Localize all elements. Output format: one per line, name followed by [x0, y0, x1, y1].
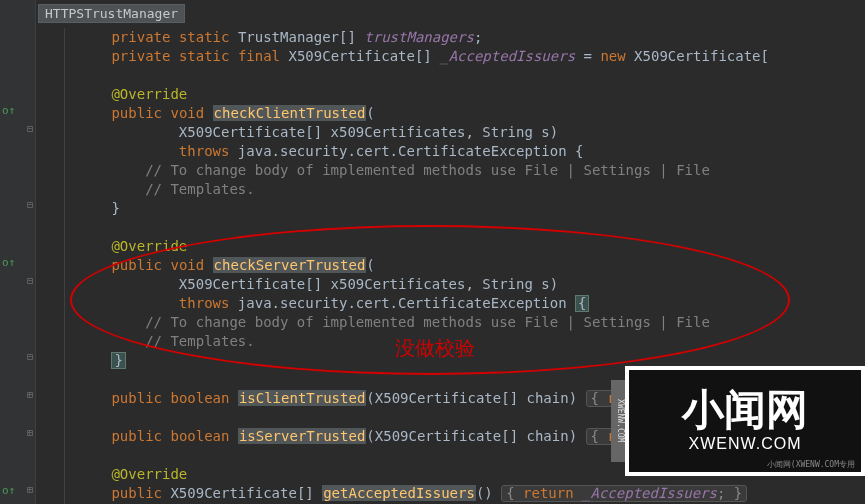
expand-icon[interactable]: ⊞: [27, 389, 33, 400]
collapse-icon[interactable]: ⊟: [27, 199, 33, 210]
override-marker-icon[interactable]: o↑: [2, 484, 15, 497]
code-line[interactable]: private static TrustManager[] trustManag…: [44, 28, 865, 47]
code-line[interactable]: [44, 370, 865, 389]
editor-container: o↑o↑o↑⊟⊟⊟⊟⊞⊞⊞ private static TrustManage…: [0, 0, 865, 504]
code-line[interactable]: public void checkClientTrusted(: [44, 104, 865, 123]
override-marker-icon[interactable]: o↑: [2, 256, 15, 269]
code-line[interactable]: public boolean isServerTrusted(X509Certi…: [44, 427, 865, 446]
code-line[interactable]: throws java.security.cert.CertificateExc…: [44, 142, 865, 161]
code-line[interactable]: public boolean isClientTrusted(X509Certi…: [44, 389, 865, 408]
code-line[interactable]: [44, 446, 865, 465]
code-line[interactable]: public X509Certificate[] getAcceptedIssu…: [44, 484, 865, 503]
collapse-icon[interactable]: ⊟: [27, 351, 33, 362]
code-line[interactable]: public void checkServerTrusted(: [44, 256, 865, 275]
code-line[interactable]: }: [44, 199, 865, 218]
breadcrumb[interactable]: HTTPSTrustManager: [38, 4, 185, 23]
code-line[interactable]: @Override: [44, 85, 865, 104]
code-line[interactable]: @Override: [44, 465, 865, 484]
gutter: o↑o↑o↑⊟⊟⊟⊟⊞⊞⊞: [0, 0, 36, 504]
collapse-icon[interactable]: ⊟: [27, 123, 33, 134]
code-line[interactable]: }: [44, 351, 865, 370]
code-line[interactable]: // Templates.: [44, 332, 865, 351]
code-line[interactable]: X509Certificate[] x509Certificates, Stri…: [44, 123, 865, 142]
override-marker-icon[interactable]: o↑: [2, 104, 15, 117]
code-area[interactable]: private static TrustManager[] trustManag…: [36, 0, 865, 504]
code-line[interactable]: // Templates.: [44, 180, 865, 199]
collapse-icon[interactable]: ⊟: [27, 275, 33, 286]
code-line[interactable]: X509Certificate[] x509Certificates, Stri…: [44, 275, 865, 294]
expand-icon[interactable]: ⊞: [27, 484, 33, 495]
code-line[interactable]: [44, 66, 865, 85]
code-line[interactable]: @Override: [44, 237, 865, 256]
code-line[interactable]: throws java.security.cert.CertificateExc…: [44, 294, 865, 313]
expand-icon[interactable]: ⊞: [27, 427, 33, 438]
code-line[interactable]: [44, 218, 865, 237]
code-line[interactable]: [44, 408, 865, 427]
code-line[interactable]: // To change body of implemented methods…: [44, 313, 865, 332]
code-line[interactable]: // To change body of implemented methods…: [44, 161, 865, 180]
code-line[interactable]: private static final X509Certificate[] _…: [44, 47, 865, 66]
